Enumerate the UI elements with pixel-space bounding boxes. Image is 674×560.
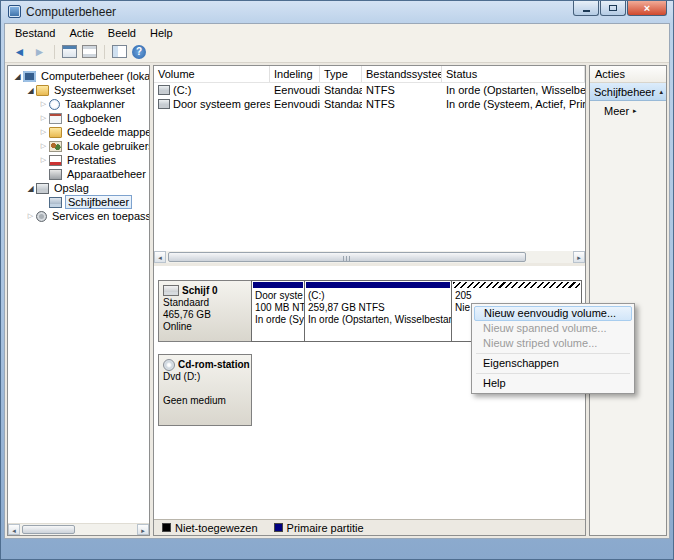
volume-type: Standaard	[320, 98, 362, 110]
volume-row-c[interactable]: (C:) Eenvoudig Standaard NTFS In orde (O…	[154, 83, 585, 97]
menu-item-eigenschappen[interactable]: Eigenschappen	[474, 356, 632, 371]
tree-item-prestaties[interactable]: ▷ Prestaties	[8, 153, 149, 167]
expand-toggle-icon[interactable]: ▷	[38, 142, 49, 150]
users-icon	[49, 141, 62, 152]
menu-help[interactable]: Help	[143, 26, 180, 40]
volume-list-header: Volume Indeling Type Bestandssysteem Sta…	[154, 66, 585, 83]
expand-toggle-icon[interactable]: ◢	[12, 72, 23, 81]
volume-list-horizontal-scrollbar[interactable]: ◂ ▸	[154, 251, 585, 263]
expand-toggle-icon[interactable]: ▷	[38, 128, 49, 136]
column-header-type[interactable]: Type	[320, 66, 362, 82]
scrollbar-track[interactable]	[166, 251, 573, 263]
disk-icon	[163, 285, 179, 296]
legend-item-unallocated: Niet-toegewezen	[162, 522, 258, 534]
column-header-status[interactable]: Status	[442, 66, 585, 82]
computer-management-window: Computerbeheer × Bestand Actie Beeld Hel…	[0, 0, 674, 560]
tree-item-computerbeheer[interactable]: ◢ Computerbeheer (lokaal)	[8, 69, 149, 83]
console-tree-panel: ◢ Computerbeheer (lokaal) ◢ Systeemwerks…	[7, 65, 150, 536]
forward-icon[interactable]: ►	[32, 46, 47, 58]
help-icon[interactable]: ?	[132, 45, 146, 59]
partition-size: 205	[452, 290, 581, 302]
menu-bestand[interactable]: Bestand	[8, 26, 62, 40]
partition-c[interactable]: (C:) 259,87 GB NTFS In orde (Opstarten, …	[304, 280, 452, 342]
menu-actie[interactable]: Actie	[62, 26, 100, 40]
menu-beeld[interactable]: Beeld	[101, 26, 143, 40]
volume-row-system-reserved[interactable]: Door systeem gereserveerd Eenvoudig Stan…	[154, 97, 585, 111]
tree-item-lokale-gebruikers[interactable]: ▷ Lokale gebruikers en gr	[8, 139, 149, 153]
close-button[interactable]: ×	[627, 1, 667, 16]
tree-item-label: Schijfbeheer	[65, 195, 132, 209]
tree-item-label: Apparaatbeheer	[65, 168, 148, 180]
scrollbar-thumb[interactable]	[168, 252, 526, 262]
export-list-icon[interactable]	[82, 45, 97, 58]
volume-filesystem: NTFS	[362, 98, 442, 110]
more-actions[interactable]: Meer ▸	[590, 105, 666, 117]
column-header-indeling[interactable]: Indeling	[270, 66, 320, 82]
context-menu: Nieuw eenvoudig volume... Nieuw spanned …	[471, 303, 635, 394]
tree-item-label: Systeemwerkset	[52, 84, 137, 96]
titlebar[interactable]: Computerbeheer ×	[1, 1, 673, 23]
disk-header-schijf0[interactable]: Schijf 0 Standaard 465,76 GB Online	[158, 280, 252, 342]
volume-indeling: Eenvoudig	[270, 98, 320, 110]
tree-item-opslag[interactable]: ◢ Opslag	[8, 181, 149, 195]
legend-label: Niet-toegewezen	[175, 522, 258, 534]
column-header-bestandssysteem[interactable]: Bestandssysteem	[362, 66, 442, 82]
partition-size: 100 MB NT	[252, 302, 304, 314]
expand-toggle-icon[interactable]: ▷	[38, 156, 49, 164]
disk-status: Online	[163, 321, 248, 333]
expand-toggle-icon[interactable]: ◢	[25, 86, 36, 95]
scroll-left-icon[interactable]: ◂	[154, 251, 166, 263]
tree-item-logboeken[interactable]: ▷ Logboeken	[8, 111, 149, 125]
expand-toggle-icon[interactable]: ▷	[38, 100, 49, 108]
legend-item-primary-partition: Primaire partitie	[274, 522, 364, 534]
menu-separator	[476, 353, 630, 354]
tree-item-schijfbeheer[interactable]: ▷ Schijfbeheer	[8, 195, 149, 209]
tree-item-services[interactable]: ▷ Services en toepassingen	[8, 209, 149, 223]
partition-color-bar	[306, 282, 450, 288]
more-arrow-icon: ▸	[633, 107, 637, 115]
show-hide-tree-icon[interactable]	[112, 45, 127, 58]
scroll-left-icon[interactable]: ◂	[8, 524, 20, 535]
scrollbar-track[interactable]	[20, 524, 137, 535]
client-area: Bestand Actie Beeld Help ◄ ► ? ◢ Compute…	[4, 23, 670, 539]
tree-item-taakplanner[interactable]: ▷ Taakplanner	[8, 97, 149, 111]
cdrom-name: Cd-rom-station 0	[178, 358, 252, 371]
back-icon[interactable]: ◄	[12, 46, 27, 58]
volume-name: (C:)	[173, 84, 191, 96]
cdrom-header[interactable]: Cd-rom-station 0 Dvd (D:) Geen medium	[158, 354, 252, 426]
tree-item-label: Services en toepassingen	[50, 210, 149, 222]
scroll-right-icon[interactable]: ▸	[573, 251, 585, 263]
thumb-grip	[343, 256, 351, 261]
scroll-right-icon[interactable]: ▸	[137, 524, 149, 535]
tree-item-apparaatbeheer[interactable]: ▷ Apparaatbeheer	[8, 167, 149, 181]
menubar: Bestand Actie Beeld Help	[5, 24, 669, 41]
tree-item-label: Taakplanner	[63, 98, 127, 110]
expand-toggle-icon[interactable]: ▷	[38, 114, 49, 122]
tree-item-systeemwerkset[interactable]: ◢ Systeemwerkset	[8, 83, 149, 97]
volume-status: In orde (Opstarten, Wisselbestand, Crash	[442, 84, 585, 96]
console-window-icon[interactable]	[62, 45, 77, 58]
window-controls: ×	[573, 1, 667, 16]
minimize-button[interactable]	[573, 1, 599, 16]
menu-item-help[interactable]: Help	[474, 376, 632, 391]
column-header-volume[interactable]: Volume	[154, 66, 270, 82]
actions-pane: Acties Schijfbeheer ▴ Meer ▸	[589, 65, 667, 536]
menu-separator	[476, 373, 630, 374]
disk-management-icon	[49, 197, 62, 208]
partition-system-reserved[interactable]: Door syste 100 MB NT In orde (Sy	[251, 280, 305, 342]
volume-icon	[158, 85, 170, 95]
tree-horizontal-scrollbar[interactable]: ◂ ▸	[8, 523, 149, 535]
folder-icon	[36, 85, 49, 96]
disk-management-panel: Volume Indeling Type Bestandssysteem Sta…	[153, 65, 586, 536]
menu-item-nieuw-eenvoudig-volume[interactable]: Nieuw eenvoudig volume...	[474, 306, 632, 321]
maximize-button[interactable]	[600, 1, 626, 16]
partition-size: 259,87 GB NTFS	[305, 302, 451, 314]
minimize-icon	[583, 10, 590, 12]
scrollbar-thumb[interactable]	[22, 525, 75, 534]
expand-toggle-icon[interactable]: ▷	[25, 212, 36, 220]
expand-toggle-icon[interactable]: ◢	[25, 184, 36, 193]
actions-section-schijfbeheer[interactable]: Schijfbeheer ▴	[590, 83, 666, 101]
tree-item-gedeelde-mappen[interactable]: ▷ Gedeelde mappen	[8, 125, 149, 139]
device-manager-icon	[49, 169, 62, 180]
app-icon	[8, 5, 21, 18]
